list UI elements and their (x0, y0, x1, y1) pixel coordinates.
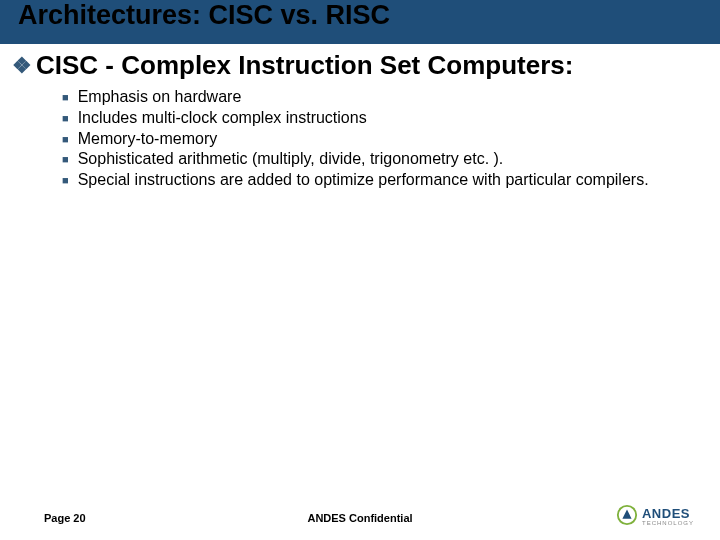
square-bullet-icon: ■ (62, 149, 69, 169)
list-item: ■Emphasis on hardware (62, 87, 706, 108)
bullet-list: ■Emphasis on hardware ■Includes multi-cl… (12, 87, 706, 191)
list-item: ■Memory-to-memory (62, 129, 706, 150)
list-item-text: Emphasis on hardware (78, 87, 242, 108)
logo-text: ANDES (642, 506, 690, 521)
list-item-text: Sophisticated arithmetic (multiply, divi… (78, 149, 504, 170)
slide: Architectures: CISC vs. RISC ❖ CISC - Co… (0, 0, 720, 540)
heading-text: CISC - Complex Instruction Set Computers… (36, 50, 573, 81)
footer: Page 20 ANDES Confidential ANDES TECHNOL… (0, 500, 720, 524)
list-item-text: Includes multi-clock complex instruction… (78, 108, 367, 129)
square-bullet-icon: ■ (62, 129, 69, 149)
list-item: ■Includes multi-clock complex instructio… (62, 108, 706, 129)
logo-icon (616, 504, 638, 526)
square-bullet-icon: ■ (62, 108, 69, 128)
list-item: ■Special instructions are added to optim… (62, 170, 706, 191)
square-bullet-icon: ■ (62, 87, 69, 107)
company-logo: ANDES TECHNOLOGY (616, 504, 694, 526)
diamond-bullet-icon: ❖ (12, 53, 32, 79)
square-bullet-icon: ■ (62, 170, 69, 190)
section-heading: ❖ CISC - Complex Instruction Set Compute… (12, 50, 706, 81)
list-item: ■Sophisticated arithmetic (multiply, div… (62, 149, 706, 170)
slide-title: Architectures: CISC vs. RISC (18, 0, 390, 31)
list-item-text: Special instructions are added to optimi… (78, 170, 649, 191)
confidential-label: ANDES Confidential (0, 512, 720, 524)
logo-text-wrap: ANDES TECHNOLOGY (642, 504, 694, 526)
list-item-text: Memory-to-memory (78, 129, 218, 150)
content-area: ❖ CISC - Complex Instruction Set Compute… (0, 44, 720, 191)
logo-subtext: TECHNOLOGY (642, 520, 694, 526)
